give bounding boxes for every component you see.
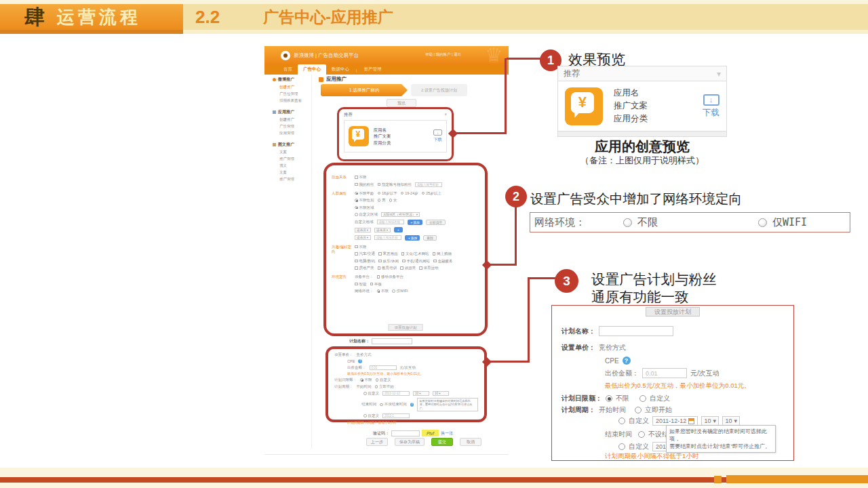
form-button-3[interactable]: 提交 [431, 438, 453, 446]
radio-icon[interactable] [422, 192, 425, 195]
radio-icon[interactable] [606, 395, 612, 402]
radio-icon[interactable] [377, 289, 380, 293]
download-label[interactable]: 下载 [433, 137, 442, 143]
mini-radio[interactable]: 男 [378, 198, 386, 203]
sidebar-item[interactable]: 文案 [264, 148, 311, 155]
checkbox-icon[interactable] [433, 252, 436, 256]
mini-select[interactable]: 10 ▾ [433, 391, 449, 396]
mini-radio[interactable]: 立即开始 [375, 384, 395, 389]
sidebar-item[interactable]: 文案 [264, 169, 311, 176]
mini-checkbox[interactable]: 不限 [355, 245, 367, 249]
nav-tab-data-center[interactable]: 数据中心 [326, 64, 355, 75]
radio-icon[interactable] [618, 418, 625, 424]
sidebar-item[interactable]: 推广管理 [264, 176, 311, 182]
plan-name-input[interactable] [372, 338, 412, 344]
radio-icon[interactable] [623, 218, 632, 227]
sidebar-section-header[interactable]: 图文推广 [264, 141, 311, 148]
hour-select[interactable]: 10 ▾ [701, 416, 719, 426]
mini-button-primary[interactable]: ＋添加 [405, 235, 420, 241]
radio-icon[interactable] [392, 289, 395, 293]
mini-input[interactable]: 2011-12-12 [382, 391, 410, 396]
mini-radio[interactable]: 不限 [377, 289, 389, 293]
mini-checkbox[interactable]: 智能 [355, 282, 367, 287]
mini-radio[interactable]: 女 [389, 198, 397, 203]
mini-checkbox[interactable]: 汽车/交通 [355, 251, 375, 256]
checkbox-icon[interactable] [378, 260, 382, 263]
mini-button[interactable]: 删除 [423, 235, 437, 241]
checkbox-icon[interactable] [355, 183, 358, 186]
checkbox-icon[interactable] [355, 176, 358, 179]
mini-checkbox[interactable]: 家居用品 [378, 251, 398, 256]
mini-radio[interactable]: 自定义区域 [355, 212, 378, 217]
captcha-input[interactable] [391, 430, 420, 436]
checkbox-icon[interactable] [355, 283, 358, 286]
mini-radio[interactable]: 自定义 [363, 413, 379, 418]
radio-icon[interactable] [639, 395, 646, 402]
mini-checkbox[interactable]: 不限 [355, 175, 367, 180]
mini-button-primary[interactable]: ＋添加 [408, 220, 422, 225]
checkbox-icon[interactable] [378, 183, 381, 186]
mini-radio[interactable]: 25岁以上 [422, 191, 441, 196]
radio-icon[interactable] [355, 199, 358, 202]
step-2-set-plan[interactable]: 2.设置广告投放计划 [411, 84, 467, 96]
plan-panel-tab[interactable]: 设置投放计划 [646, 307, 700, 317]
mini-radio[interactable]: 不限性别 [355, 198, 374, 203]
mini-radio[interactable]: 自定义 [363, 391, 379, 396]
radio-icon[interactable] [355, 206, 358, 209]
mini-button[interactable]: 全部清空 [426, 220, 446, 225]
sidebar-section-header[interactable]: 微博推广 [264, 76, 311, 83]
checkbox-icon[interactable] [355, 252, 358, 256]
mini-checkbox[interactable]: 文化/艺术网站 [401, 251, 429, 256]
nav-tab-home[interactable]: 首页 [278, 64, 298, 75]
checkbox-icon[interactable] [378, 266, 381, 270]
sidebar-item[interactable]: 博文 [264, 162, 311, 169]
mini-radio[interactable]: 不限年龄 [355, 191, 374, 196]
radio-icon[interactable] [355, 213, 358, 216]
mini-checkbox[interactable]: 我的粉丝 [355, 182, 374, 187]
help-icon[interactable]: ? [623, 357, 631, 365]
checkbox-icon[interactable] [355, 260, 358, 263]
mini-checkbox[interactable]: 网上购物 [433, 251, 452, 256]
radio-icon[interactable] [376, 378, 379, 382]
mini-checkbox[interactable]: 教育培训 [378, 266, 397, 270]
mini-radio[interactable]: 19-24岁 [401, 191, 418, 196]
checkbox-icon[interactable] [419, 266, 422, 270]
mini-select[interactable]: 请选择 ▾ [374, 228, 391, 232]
mini-radio[interactable]: 不限 [360, 378, 372, 382]
nav-tab-ad-center[interactable]: 广告中心 [298, 64, 326, 75]
radio-icon[interactable] [758, 218, 767, 227]
checkbox-icon[interactable] [400, 266, 403, 270]
captcha-refresh-link[interactable]: 换一张 [441, 430, 453, 436]
radio-icon[interactable] [401, 192, 404, 195]
mini-checkbox[interactable]: 娱乐/休闲 [378, 259, 399, 264]
mini-radio[interactable]: 自定义 [376, 378, 391, 382]
mini-select[interactable]: 请选择 ▾ [355, 235, 371, 240]
download-block[interactable]: ↓ 下载 [433, 129, 442, 143]
sidebar-item[interactable]: 排期效果查看 [264, 97, 311, 104]
account-links[interactable]: 帮助 | 我的账户 | 退出 [425, 52, 461, 57]
chevron-down-icon[interactable]: ▾ [717, 69, 721, 79]
mini-input[interactable]: 0.01 [370, 365, 397, 370]
mini-checkbox[interactable]: 移动设备平台 [377, 274, 404, 279]
sidebar-item[interactable]: 创建推广 [264, 116, 311, 123]
network-env-option-wifi[interactable]: 仅WIFI [758, 216, 807, 229]
radio-icon[interactable] [618, 443, 625, 450]
help-icon[interactable]: ? [358, 359, 362, 363]
mini-checkbox[interactable]: 指定账号相似粉丝 [378, 182, 412, 187]
sidebar-item[interactable]: 广告位管理 [264, 90, 311, 97]
plan-name-input[interactable] [599, 326, 673, 336]
mini-checkbox[interactable]: 电脑/数码 [355, 259, 375, 264]
chevron-down-icon[interactable]: ▾ [444, 112, 447, 117]
preview-button[interactable]: 预览 [387, 99, 416, 107]
radio-icon[interactable] [360, 378, 363, 382]
checkbox-icon[interactable] [355, 266, 358, 270]
checkbox-icon[interactable] [401, 252, 405, 256]
download-block[interactable]: ↓ 下载 [703, 94, 719, 119]
help-icon[interactable]: ? [410, 403, 414, 407]
radio-icon[interactable] [635, 407, 642, 413]
mini-checkbox[interactable]: 金融服务 [433, 259, 453, 264]
mini-input[interactable]: 请输入地域名称 [377, 220, 404, 224]
audience-submit-button[interactable]: 设置投放计划 [389, 324, 423, 331]
form-button-1[interactable]: 上一步 [366, 438, 388, 446]
mini-radio[interactable]: 不设结束时间 [380, 402, 407, 407]
